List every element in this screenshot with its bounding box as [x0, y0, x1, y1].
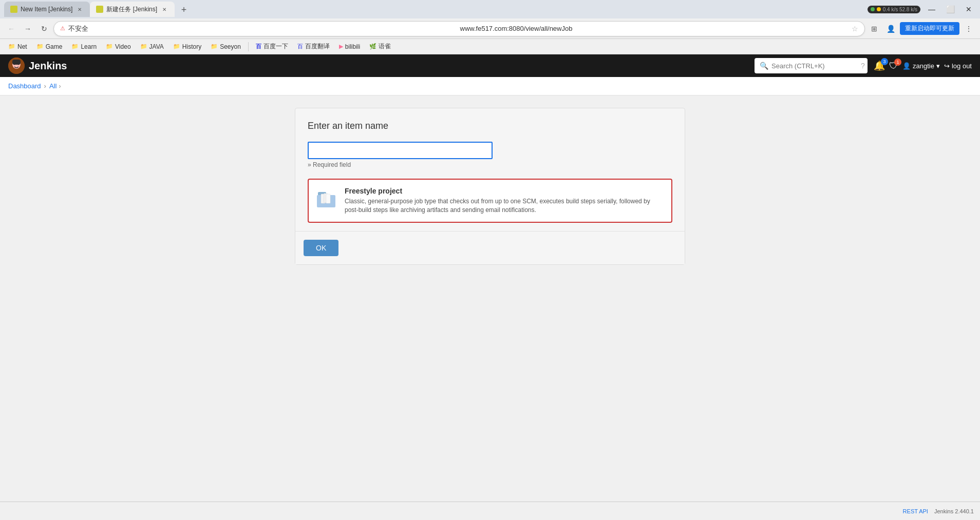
- bookmark-bilibili[interactable]: ▶ bilibili: [335, 42, 364, 51]
- folder-icon: 📁: [173, 43, 180, 50]
- jenkins-logo[interactable]: Jenkins: [8, 57, 67, 74]
- bookmark-java[interactable]: 📁 JAVA: [136, 42, 168, 51]
- restore-button[interactable]: ⬜: [943, 2, 957, 16]
- address-bar[interactable]: ⚠ 不安全 www.fe517.com:8080/view/all/newJob…: [53, 21, 865, 36]
- new-tab-button[interactable]: +: [177, 3, 191, 17]
- main-content: Enter an item name Required field: [0, 95, 980, 403]
- breadcrumb-sep-1: ›: [44, 82, 46, 90]
- breadcrumb-chevron-icon: ›: [59, 83, 61, 90]
- bookmark-learn[interactable]: 📁 Learn: [67, 42, 101, 51]
- bookmark-video[interactable]: 📁 Video: [102, 42, 135, 51]
- freestyle-project-info: Freestyle project Classic, general-purpo…: [345, 187, 663, 215]
- traffic-light: 0.4 k/s 52.8 k/s: [868, 6, 920, 13]
- user-icon: 👤: [902, 62, 911, 70]
- extensions-button[interactable]: ⊞: [867, 22, 881, 36]
- bookmark-baidu-translate[interactable]: 百 百度翻译: [293, 41, 334, 52]
- breadcrumb-dashboard[interactable]: Dashboard: [8, 82, 41, 90]
- freestyle-project-icon: [317, 190, 337, 211]
- bookmark-bilibili-label: bilibili: [345, 43, 360, 50]
- bookmark-seeyon[interactable]: 📁 Seeyon: [206, 42, 245, 51]
- notification-bell[interactable]: 🔔 3: [874, 60, 885, 71]
- bookmark-baidu-label: 百度一下: [263, 42, 288, 51]
- tab-new-job[interactable]: 新建任务 [Jenkins] ✕: [90, 2, 175, 17]
- bilibili-icon: ▶: [339, 43, 343, 50]
- bookmark-net[interactable]: 📁 Net: [4, 42, 31, 51]
- taskbar: REST API Jenkins 2.440.1: [0, 502, 980, 520]
- logout-icon: ↪: [944, 62, 950, 70]
- minimize-button[interactable]: —: [925, 2, 939, 16]
- folder-icon: 📁: [71, 43, 79, 50]
- form-title: Enter an item name: [308, 121, 672, 131]
- bookmark-star-icon[interactable]: ☆: [852, 25, 858, 33]
- folder-icon: 📁: [8, 43, 15, 50]
- bookmark-video-label: Video: [115, 43, 130, 50]
- tl-yellow-dot: [877, 7, 881, 11]
- search-input[interactable]: [771, 62, 858, 70]
- folder-icon: 📁: [36, 43, 44, 50]
- freestyle-project-item[interactable]: Freestyle project Classic, general-purpo…: [308, 179, 672, 223]
- folder-icon: 📁: [106, 43, 113, 50]
- titlebar-left: New Item [Jenkins] ✕ 新建任务 [Jenkins] ✕ +: [4, 2, 191, 17]
- jenkins-avatar: [8, 57, 25, 74]
- reload-button[interactable]: ↻: [37, 22, 51, 36]
- new-item-form: Enter an item name Required field: [295, 108, 685, 265]
- item-name-input[interactable]: [308, 142, 493, 159]
- svg-rect-9: [326, 194, 330, 203]
- svg-rect-4: [12, 60, 21, 65]
- back-button[interactable]: ←: [4, 22, 18, 36]
- tab-close-new-job[interactable]: ✕: [160, 5, 168, 13]
- bookmark-yuque[interactable]: 🌿 语雀: [365, 41, 395, 52]
- tab-title-new-item: New Item [Jenkins]: [21, 6, 72, 13]
- tab-title-new-job: 新建任务 [Jenkins]: [106, 5, 157, 14]
- traffic-speed: 0.4 k/s 52.8 k/s: [883, 7, 917, 12]
- addressbar-actions: ⊞ 👤 重新启动即可更新 ⋮: [867, 22, 976, 36]
- update-button[interactable]: 重新启动即可更新: [900, 22, 959, 35]
- username-label: zangtie: [913, 62, 934, 70]
- address-url: www.fe517.com:8080/view/all/newJob: [460, 25, 849, 32]
- lock-icon: ⚠: [60, 25, 65, 32]
- ok-button[interactable]: OK: [304, 240, 338, 256]
- bookmark-game-label: Game: [46, 43, 63, 50]
- search-help-icon[interactable]: ?: [861, 62, 865, 70]
- baidu-translate-icon: 百: [297, 43, 303, 50]
- address-text: 不安全: [68, 24, 457, 33]
- logout-button[interactable]: ↪ log out: [944, 62, 972, 70]
- search-icon: 🔍: [760, 62, 768, 70]
- ok-area: OK: [295, 231, 685, 264]
- bookmark-game[interactable]: 📁 Game: [32, 42, 67, 51]
- user-menu[interactable]: 👤 zangtie ▾: [902, 62, 940, 70]
- breadcrumb-dashboard-label: Dashboard: [8, 82, 41, 90]
- tl-green-dot: [871, 7, 875, 11]
- bookmark-learn-label: Learn: [81, 43, 97, 50]
- forward-button[interactable]: →: [21, 22, 35, 36]
- shield-icon[interactable]: 🛡 1: [889, 61, 898, 71]
- breadcrumb-bar: Dashboard › All ›: [0, 77, 980, 95]
- bookmark-java-label: JAVA: [149, 43, 164, 50]
- profile-button[interactable]: 👤: [883, 22, 898, 36]
- required-field-message: Required field: [308, 161, 672, 168]
- bookmarks-bar: 📁 Net 📁 Game 📁 Learn 📁 Video 📁 JAVA 📁 Hi…: [0, 39, 980, 54]
- breadcrumb-all[interactable]: All ›: [49, 82, 61, 90]
- tab-favicon-jenkins: [10, 6, 17, 13]
- rest-api-link[interactable]: REST API: [903, 508, 928, 514]
- notification-badge: 3: [881, 58, 888, 65]
- folder-icon: 📁: [140, 43, 147, 50]
- titlebar-right: 0.4 k/s 52.8 k/s — ⬜ ✕: [868, 2, 976, 16]
- header-search[interactable]: 🔍 ?: [755, 58, 868, 73]
- tab-close-new-item[interactable]: ✕: [76, 5, 84, 13]
- close-button[interactable]: ✕: [962, 2, 976, 16]
- bookmark-history[interactable]: 📁 History: [169, 42, 205, 51]
- shield-badge: 1: [894, 59, 901, 66]
- bookmark-baidu[interactable]: 百 百度一下: [252, 41, 292, 52]
- bookmark-history-label: History: [182, 43, 201, 50]
- bookmark-baidu-translate-label: 百度翻译: [305, 42, 330, 51]
- folder-icon: 📁: [211, 43, 218, 50]
- menu-button[interactable]: ⋮: [962, 22, 976, 36]
- header-icons: 🔔 3 🛡 1 👤 zangtie ▾ ↪ log out: [874, 60, 972, 71]
- yuque-icon: 🌿: [369, 43, 376, 50]
- bookmark-yuque-label: 语雀: [379, 42, 391, 51]
- jenkins-version: Jenkins 2.440.1: [934, 508, 974, 514]
- tab-new-item[interactable]: New Item [Jenkins] ✕: [4, 2, 90, 17]
- browser-tabs: New Item [Jenkins] ✕ 新建任务 [Jenkins] ✕ +: [4, 2, 191, 17]
- freestyle-project-desc: Classic, general-purpose job type that c…: [345, 197, 663, 215]
